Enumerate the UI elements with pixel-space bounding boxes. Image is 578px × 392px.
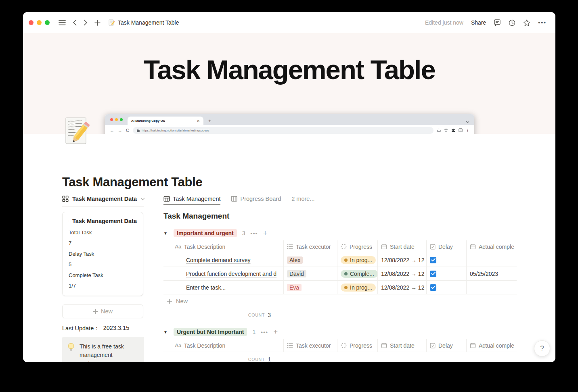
back-icon[interactable]	[73, 19, 77, 26]
progress-cell[interactable]: In prog...	[337, 281, 378, 294]
view-tabs: Task Management Progress Board 2 more...	[163, 193, 517, 205]
page-title: Task Management Table	[62, 175, 202, 190]
window-page-title[interactable]: Task Management Table	[118, 19, 179, 26]
last-update: Last Update： 2023.3.15	[62, 325, 144, 332]
column-header-task-description[interactable]: AaTask Description	[163, 339, 284, 352]
browser-url: https://kaibinding.notion.site/aimarketi…	[142, 129, 209, 132]
group-count: 3	[242, 230, 245, 236]
database-title: Task Management	[163, 212, 517, 221]
column-header-start-date[interactable]: Start date	[378, 339, 427, 352]
calendar-icon	[381, 244, 387, 250]
tabs-more[interactable]: 2 more...	[291, 193, 314, 204]
executor-cell[interactable]: David	[284, 267, 337, 281]
start-date-cell[interactable]: 12/08/2022 → 12	[378, 281, 427, 294]
column-header-progress[interactable]: Progress	[337, 339, 378, 352]
comments-icon[interactable]	[494, 19, 501, 26]
table-header-row: AaTask Description Task executor Progres…	[163, 240, 517, 253]
browser-toolbar: ← → C https://kaibinding.notion.site/aim…	[105, 125, 474, 134]
status-dot-icon	[344, 286, 348, 289]
delay-checkbox-checked[interactable]	[430, 284, 436, 291]
info-callout: This is a free task management system.	[62, 337, 144, 362]
group-add-icon[interactable]: +	[273, 328, 278, 336]
column-header-actual-complete[interactable]: Actual comple	[467, 240, 517, 253]
column-header-task-executor[interactable]: Task executor	[284, 339, 337, 352]
view-selector[interactable]: Task Management Data	[62, 193, 144, 207]
group-toggle-icon[interactable]: ▼	[163, 330, 168, 334]
board-view-icon	[231, 196, 237, 202]
delay-checkbox-checked[interactable]	[430, 271, 436, 277]
group-header-important-urgent: ▼ Important and urgent 3 ••• +	[163, 228, 517, 238]
start-date-cell[interactable]: 12/08/2022 → 12	[378, 267, 427, 281]
column-header-task-description[interactable]: AaTask Description	[163, 240, 284, 253]
tab-progress-board[interactable]: Progress Board	[231, 193, 281, 205]
checkbox-property-icon	[430, 343, 436, 348]
status-dot-icon	[344, 259, 348, 262]
minimize-window-button[interactable]	[37, 20, 42, 25]
group-count-footer[interactable]: COUNT 1	[163, 352, 284, 362]
column-header-delay[interactable]: Delay	[427, 339, 467, 352]
more-options-icon[interactable]: •••	[538, 19, 547, 26]
browser-tab: AI Marketing Copy OS ✕	[128, 117, 203, 125]
column-header-delay[interactable]: Delay	[427, 240, 467, 253]
delay-cell	[427, 267, 467, 281]
close-window-button[interactable]	[29, 20, 34, 25]
new-page-icon[interactable]	[94, 20, 101, 26]
task-table: AaTask Description Task executor Progres…	[163, 240, 517, 322]
sidebar-new-button[interactable]: New	[62, 304, 143, 318]
group-name-badge[interactable]: Important and urgent	[174, 229, 237, 237]
group-options-icon[interactable]: •••	[261, 329, 268, 335]
column-header-task-executor[interactable]: Task executor	[284, 240, 337, 253]
delay-checkbox-checked[interactable]	[430, 257, 436, 263]
actual-date-cell[interactable]: 05/25/2023	[467, 267, 517, 281]
checkbox-property-icon	[430, 244, 436, 250]
browser-reload-icon: C	[126, 128, 129, 133]
select-property-icon	[287, 343, 293, 348]
extension-puzzle-icon	[451, 128, 455, 132]
forward-icon[interactable]	[84, 19, 88, 26]
cover-browser-screenshot: AI Marketing Copy OS ✕ + ← → C https://k…	[105, 114, 474, 134]
browser-toolbar-icons: ⋮	[437, 128, 469, 132]
task-table-2: AaTask Description Task executor Progres…	[163, 339, 517, 362]
start-date-cell[interactable]: 12/08/2022 → 12	[378, 253, 427, 267]
browser-more-icon: ⋮	[466, 128, 469, 132]
chevron-down-icon	[140, 198, 145, 200]
traffic-lights	[29, 20, 50, 25]
column-header-progress[interactable]: Progress	[337, 240, 378, 253]
history-icon[interactable]	[509, 19, 515, 26]
group-toggle-icon[interactable]: ▼	[163, 231, 168, 236]
progress-cell[interactable]: In prog...	[337, 253, 378, 267]
gallery-view-icon	[62, 196, 69, 202]
group-count-footer[interactable]: COUNT 3	[163, 308, 284, 322]
tab-task-management[interactable]: Task Management	[163, 193, 220, 205]
bookmark-star-icon	[444, 128, 448, 132]
view-selector-label: Task Management Data	[72, 196, 137, 202]
zoom-window-button[interactable]	[45, 20, 50, 25]
sidebar-menu-icon[interactable]	[59, 20, 66, 25]
help-button[interactable]: ?	[534, 340, 550, 357]
progress-cell[interactable]: Comple...	[337, 267, 378, 281]
delay-cell	[427, 281, 467, 294]
column-header-actual-complete[interactable]: Actual comple	[467, 339, 517, 352]
actual-date-cell[interactable]	[467, 253, 517, 267]
task-page-link[interactable]: Enter the task...	[186, 284, 226, 291]
app-window: Task Management Table Edited just now Sh…	[23, 12, 555, 362]
status-dot-icon	[344, 272, 348, 275]
browser-back-icon: ←	[110, 128, 114, 133]
group-add-icon[interactable]: +	[263, 229, 268, 237]
share-button[interactable]: Share	[471, 19, 486, 26]
card-title: Task Management Data	[72, 218, 137, 224]
task-page-link[interactable]: Complete demand survey	[186, 257, 251, 263]
executor-cell[interactable]: Alex	[284, 253, 337, 267]
actual-date-cell[interactable]	[467, 281, 517, 294]
add-row-button[interactable]: New	[163, 294, 517, 308]
group-options-icon[interactable]: •••	[251, 230, 258, 236]
favorite-star-icon[interactable]	[523, 19, 530, 26]
task-page-link[interactable]: Product function development and d	[186, 271, 276, 277]
executor-cell[interactable]: Eva	[284, 281, 337, 294]
group-name-badge[interactable]: Urgent but Not Important	[174, 328, 247, 336]
status-property-icon	[341, 342, 347, 348]
callout-text: This is a free task management system.	[80, 342, 130, 362]
data-summary-card[interactable]: Task Management Data Total Task 7 Delay …	[62, 212, 143, 296]
column-header-start-date[interactable]: Start date	[378, 240, 427, 253]
page-memo-icon[interactable]	[64, 116, 92, 150]
